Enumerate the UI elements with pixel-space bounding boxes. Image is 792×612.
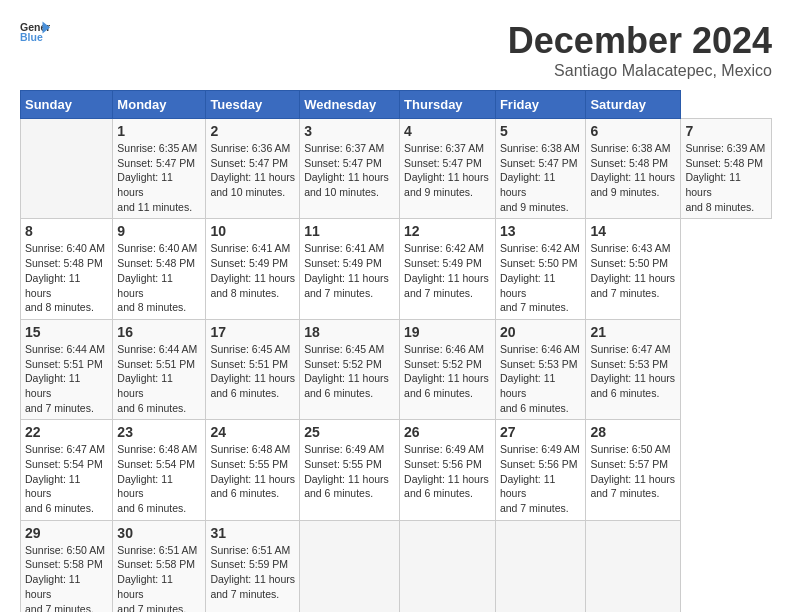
calendar-cell: 29Sunrise: 6:50 AM Sunset: 5:58 PM Dayli… <box>21 520 113 612</box>
calendar-cell: 31Sunrise: 6:51 AM Sunset: 5:59 PM Dayli… <box>206 520 300 612</box>
day-info: Sunrise: 6:51 AM Sunset: 5:59 PM Dayligh… <box>210 543 295 602</box>
calendar-cell: 2Sunrise: 6:36 AM Sunset: 5:47 PM Daylig… <box>206 119 300 219</box>
title-area: December 2024 Santiago Malacatepec, Mexi… <box>508 20 772 80</box>
day-number: 23 <box>117 424 201 440</box>
day-number: 26 <box>404 424 491 440</box>
day-info: Sunrise: 6:49 AM Sunset: 5:55 PM Dayligh… <box>304 442 395 501</box>
day-number: 9 <box>117 223 201 239</box>
calendar-cell: 18Sunrise: 6:45 AM Sunset: 5:52 PM Dayli… <box>300 319 400 419</box>
calendar-cell: 1Sunrise: 6:35 AM Sunset: 5:47 PM Daylig… <box>113 119 206 219</box>
day-number: 14 <box>590 223 676 239</box>
day-number: 22 <box>25 424 108 440</box>
calendar-cell: 10Sunrise: 6:41 AM Sunset: 5:49 PM Dayli… <box>206 219 300 319</box>
calendar-cell <box>495 520 586 612</box>
day-number: 17 <box>210 324 295 340</box>
calendar-cell: 27Sunrise: 6:49 AM Sunset: 5:56 PM Dayli… <box>495 420 586 520</box>
month-title: December 2024 <box>508 20 772 62</box>
day-info: Sunrise: 6:40 AM Sunset: 5:48 PM Dayligh… <box>117 241 201 314</box>
day-info: Sunrise: 6:45 AM Sunset: 5:52 PM Dayligh… <box>304 342 395 401</box>
day-number: 21 <box>590 324 676 340</box>
day-info: Sunrise: 6:38 AM Sunset: 5:48 PM Dayligh… <box>590 141 676 200</box>
logo-icon: General Blue <box>20 20 50 44</box>
calendar-body: 1Sunrise: 6:35 AM Sunset: 5:47 PM Daylig… <box>21 119 772 613</box>
calendar-cell: 20Sunrise: 6:46 AM Sunset: 5:53 PM Dayli… <box>495 319 586 419</box>
calendar-cell: 23Sunrise: 6:48 AM Sunset: 5:54 PM Dayli… <box>113 420 206 520</box>
calendar-cell: 13Sunrise: 6:42 AM Sunset: 5:50 PM Dayli… <box>495 219 586 319</box>
day-number: 10 <box>210 223 295 239</box>
day-of-week-header: Sunday <box>21 91 113 119</box>
day-info: Sunrise: 6:37 AM Sunset: 5:47 PM Dayligh… <box>404 141 491 200</box>
calendar-cell: 22Sunrise: 6:47 AM Sunset: 5:54 PM Dayli… <box>21 420 113 520</box>
day-number: 24 <box>210 424 295 440</box>
calendar-week-row: 1Sunrise: 6:35 AM Sunset: 5:47 PM Daylig… <box>21 119 772 219</box>
day-of-week-header: Saturday <box>586 91 681 119</box>
day-info: Sunrise: 6:42 AM Sunset: 5:50 PM Dayligh… <box>500 241 582 314</box>
day-number: 18 <box>304 324 395 340</box>
day-of-week-header: Tuesday <box>206 91 300 119</box>
day-info: Sunrise: 6:47 AM Sunset: 5:53 PM Dayligh… <box>590 342 676 401</box>
day-info: Sunrise: 6:43 AM Sunset: 5:50 PM Dayligh… <box>590 241 676 300</box>
day-info: Sunrise: 6:36 AM Sunset: 5:47 PM Dayligh… <box>210 141 295 200</box>
calendar-cell <box>21 119 113 219</box>
day-info: Sunrise: 6:37 AM Sunset: 5:47 PM Dayligh… <box>304 141 395 200</box>
location-title: Santiago Malacatepec, Mexico <box>508 62 772 80</box>
calendar-cell: 17Sunrise: 6:45 AM Sunset: 5:51 PM Dayli… <box>206 319 300 419</box>
day-info: Sunrise: 6:51 AM Sunset: 5:58 PM Dayligh… <box>117 543 201 612</box>
calendar-cell: 7Sunrise: 6:39 AM Sunset: 5:48 PM Daylig… <box>681 119 772 219</box>
day-number: 30 <box>117 525 201 541</box>
calendar-cell: 9Sunrise: 6:40 AM Sunset: 5:48 PM Daylig… <box>113 219 206 319</box>
logo: General Blue <box>20 20 50 44</box>
day-number: 7 <box>685 123 767 139</box>
calendar-cell <box>586 520 681 612</box>
day-number: 11 <box>304 223 395 239</box>
day-number: 6 <box>590 123 676 139</box>
day-info: Sunrise: 6:39 AM Sunset: 5:48 PM Dayligh… <box>685 141 767 214</box>
day-info: Sunrise: 6:46 AM Sunset: 5:52 PM Dayligh… <box>404 342 491 401</box>
day-info: Sunrise: 6:38 AM Sunset: 5:47 PM Dayligh… <box>500 141 582 214</box>
calendar-cell: 28Sunrise: 6:50 AM Sunset: 5:57 PM Dayli… <box>586 420 681 520</box>
day-info: Sunrise: 6:44 AM Sunset: 5:51 PM Dayligh… <box>25 342 108 415</box>
calendar-cell: 26Sunrise: 6:49 AM Sunset: 5:56 PM Dayli… <box>400 420 496 520</box>
day-info: Sunrise: 6:40 AM Sunset: 5:48 PM Dayligh… <box>25 241 108 314</box>
calendar-cell: 12Sunrise: 6:42 AM Sunset: 5:49 PM Dayli… <box>400 219 496 319</box>
calendar-week-row: 22Sunrise: 6:47 AM Sunset: 5:54 PM Dayli… <box>21 420 772 520</box>
day-number: 31 <box>210 525 295 541</box>
calendar-cell: 14Sunrise: 6:43 AM Sunset: 5:50 PM Dayli… <box>586 219 681 319</box>
day-of-week-header: Friday <box>495 91 586 119</box>
day-info: Sunrise: 6:44 AM Sunset: 5:51 PM Dayligh… <box>117 342 201 415</box>
day-info: Sunrise: 6:41 AM Sunset: 5:49 PM Dayligh… <box>210 241 295 300</box>
day-number: 1 <box>117 123 201 139</box>
calendar-cell: 19Sunrise: 6:46 AM Sunset: 5:52 PM Dayli… <box>400 319 496 419</box>
calendar-cell <box>400 520 496 612</box>
calendar-week-row: 15Sunrise: 6:44 AM Sunset: 5:51 PM Dayli… <box>21 319 772 419</box>
day-number: 5 <box>500 123 582 139</box>
calendar-week-row: 8Sunrise: 6:40 AM Sunset: 5:48 PM Daylig… <box>21 219 772 319</box>
day-info: Sunrise: 6:48 AM Sunset: 5:54 PM Dayligh… <box>117 442 201 515</box>
calendar-cell: 3Sunrise: 6:37 AM Sunset: 5:47 PM Daylig… <box>300 119 400 219</box>
calendar-cell: 21Sunrise: 6:47 AM Sunset: 5:53 PM Dayli… <box>586 319 681 419</box>
calendar-cell <box>300 520 400 612</box>
day-info: Sunrise: 6:47 AM Sunset: 5:54 PM Dayligh… <box>25 442 108 515</box>
day-info: Sunrise: 6:41 AM Sunset: 5:49 PM Dayligh… <box>304 241 395 300</box>
day-info: Sunrise: 6:42 AM Sunset: 5:49 PM Dayligh… <box>404 241 491 300</box>
day-number: 3 <box>304 123 395 139</box>
day-number: 13 <box>500 223 582 239</box>
svg-text:Blue: Blue <box>20 31 43 43</box>
day-number: 28 <box>590 424 676 440</box>
day-info: Sunrise: 6:35 AM Sunset: 5:47 PM Dayligh… <box>117 141 201 214</box>
calendar-cell: 11Sunrise: 6:41 AM Sunset: 5:49 PM Dayli… <box>300 219 400 319</box>
calendar-cell: 25Sunrise: 6:49 AM Sunset: 5:55 PM Dayli… <box>300 420 400 520</box>
day-info: Sunrise: 6:48 AM Sunset: 5:55 PM Dayligh… <box>210 442 295 501</box>
day-info: Sunrise: 6:50 AM Sunset: 5:57 PM Dayligh… <box>590 442 676 501</box>
day-info: Sunrise: 6:49 AM Sunset: 5:56 PM Dayligh… <box>404 442 491 501</box>
day-number: 19 <box>404 324 491 340</box>
day-info: Sunrise: 6:49 AM Sunset: 5:56 PM Dayligh… <box>500 442 582 515</box>
day-number: 8 <box>25 223 108 239</box>
day-info: Sunrise: 6:45 AM Sunset: 5:51 PM Dayligh… <box>210 342 295 401</box>
day-number: 4 <box>404 123 491 139</box>
day-number: 12 <box>404 223 491 239</box>
calendar-cell: 4Sunrise: 6:37 AM Sunset: 5:47 PM Daylig… <box>400 119 496 219</box>
calendar-week-row: 29Sunrise: 6:50 AM Sunset: 5:58 PM Dayli… <box>21 520 772 612</box>
day-number: 15 <box>25 324 108 340</box>
calendar-table: SundayMondayTuesdayWednesdayThursdayFrid… <box>20 90 772 612</box>
